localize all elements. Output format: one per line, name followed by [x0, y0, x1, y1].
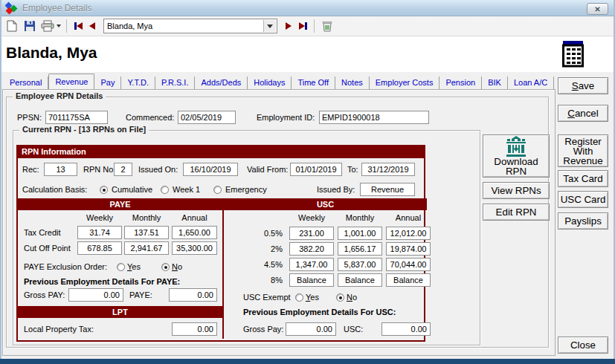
print-button[interactable] — [39, 18, 62, 34]
combobox-dropdown-button[interactable] — [263, 20, 276, 32]
issued-on-field[interactable]: 16/10/2019 — [183, 163, 238, 176]
usc-card-button[interactable]: USC Card — [558, 191, 608, 208]
tab-personal[interactable]: Personal — [4, 77, 48, 89]
employment-id-field[interactable]: EMPID1900018 — [319, 111, 429, 124]
employee-selector-combobox[interactable]: Blanda, Mya — [103, 19, 277, 33]
usc-exempt-yes-label: Yes — [306, 290, 319, 304]
save-record-button[interactable] — [21, 18, 39, 34]
usc-0-5-weekly[interactable]: 231.00 — [289, 227, 334, 240]
tab-holidays[interactable]: Holidays — [248, 77, 292, 89]
paye-col-annual: Annual — [172, 211, 217, 224]
lpt-field[interactable]: 0.00 — [172, 322, 217, 336]
window-frame-bottom — [0, 359, 615, 364]
tab-pension[interactable]: Pension — [439, 77, 482, 89]
usc-rate-0-5-label: 0.5% — [253, 227, 283, 240]
payslips-button[interactable]: Payslips — [558, 212, 608, 230]
usc-exempt-yes-radio[interactable] — [295, 293, 303, 302]
tab-prsi[interactable]: P.R.S.I. — [155, 77, 195, 89]
tab-time-off[interactable]: Time Off — [292, 77, 335, 89]
usc-rate-4-5-label: 4.5% — [253, 258, 283, 271]
previous-record-icon — [89, 22, 95, 30]
delete-record-button[interactable] — [318, 18, 336, 34]
usc-8-monthly[interactable]: Balance — [338, 273, 382, 287]
tax-card-button[interactable]: Tax Card — [558, 170, 608, 187]
current-rpn-group: Current RPN - [13 RPNs on File] RPN Info… — [13, 130, 480, 345]
paye-exclusion-yes-label: Yes — [127, 260, 141, 273]
usc-2-monthly[interactable]: 1,656.17 — [338, 242, 382, 256]
print-dropdown-icon[interactable] — [57, 25, 61, 27]
edit-rpn-button[interactable]: Edit RPN — [483, 204, 550, 221]
cut-off-annual[interactable]: 35,300.00 — [172, 241, 217, 255]
tab-loan-ac[interactable]: Loan A/C — [508, 77, 554, 89]
usc-exempt-no-radio[interactable] — [336, 293, 344, 302]
usc-col-weekly: Weekly — [289, 211, 334, 224]
paye-exclusion-yes-radio[interactable] — [117, 263, 125, 271]
usc-2-annual[interactable]: 19,874.00 — [386, 242, 431, 256]
valid-from-label: Valid From: — [247, 163, 288, 176]
previous-record-button[interactable] — [86, 18, 99, 34]
employee-header: Blanda, Mya — [0, 36, 615, 72]
cut-off-weekly[interactable]: 678.85 — [77, 241, 122, 255]
ppsn-field[interactable]: 7011175SA — [45, 111, 108, 124]
tab-employer-costs[interactable]: Employer Costs — [370, 77, 440, 89]
tab-adds-deds[interactable]: Adds/Deds — [195, 77, 248, 89]
tax-credit-monthly[interactable]: 137.51 — [124, 226, 169, 239]
paye-amount-label: PAYE: — [129, 288, 152, 302]
usc-amount-field[interactable]: 0.00 — [381, 322, 431, 336]
tab-notes[interactable]: Notes — [335, 77, 370, 89]
calc-basis-label: Calculation Basis: — [22, 183, 87, 196]
usc-4-5-weekly[interactable]: 1,347.00 — [289, 258, 334, 271]
paye-section-header: PAYE — [18, 198, 222, 210]
download-rpn-button[interactable]: Download RPN — [483, 134, 550, 178]
rpn-no-field[interactable]: 2 — [114, 163, 132, 176]
close-button[interactable]: Close — [558, 337, 608, 354]
radio-cumulative-label: Cumulative — [112, 183, 152, 196]
recycle-bin-icon — [322, 20, 332, 32]
window-frame-left — [0, 0, 1, 364]
tax-credit-weekly[interactable]: 31.74 — [77, 226, 122, 239]
usc-2-weekly[interactable]: 382.20 — [289, 242, 334, 256]
cut-off-monthly[interactable]: 2,941.67 — [124, 241, 169, 255]
usc-8-weekly[interactable]: Balance — [289, 273, 334, 287]
gross-pay-paye-label: Gross PAY: — [24, 288, 65, 302]
revenue-building-icon — [503, 136, 529, 157]
tax-credit-annual[interactable]: 1,650.00 — [172, 226, 217, 239]
last-record-button[interactable] — [295, 18, 310, 34]
usc-4-5-annual[interactable]: 70,044.00 — [386, 258, 431, 271]
tab-revenue[interactable]: Revenue — [48, 74, 94, 89]
window-close-button[interactable]: ✕ — [587, 3, 608, 15]
radio-week1[interactable] — [161, 186, 169, 194]
paye-exclusion-no-label: No — [172, 260, 182, 273]
usc-rate-8-label: 8% — [253, 273, 283, 287]
save-button[interactable]: Save — [558, 77, 608, 94]
view-rpns-button[interactable]: View RPNs — [483, 182, 550, 199]
valid-to-label: To: — [347, 163, 358, 176]
gross-pay-paye-field[interactable]: 0.00 — [68, 288, 123, 302]
usc-4-5-monthly[interactable]: 5,837.00 — [338, 258, 382, 271]
usc-0-5-annual[interactable]: 12,012.00 — [386, 227, 431, 240]
calendar-icon[interactable] — [561, 40, 585, 70]
tab-bik[interactable]: BIK — [482, 77, 508, 89]
radio-cumulative[interactable] — [100, 186, 108, 194]
usc-8-annual[interactable]: Balance — [386, 273, 431, 287]
paye-amount-field[interactable]: 0.00 — [169, 288, 217, 302]
paye-exclusion-no-radio[interactable] — [161, 263, 170, 271]
usc-col-monthly: Monthly — [338, 211, 382, 224]
gross-pay-usc-field[interactable]: 0.00 — [286, 322, 336, 336]
usc-amount-label: USC: — [344, 322, 363, 336]
valid-from-field[interactable]: 01/01/2019 — [290, 163, 342, 176]
rec-field[interactable]: 13 — [44, 163, 77, 176]
tab-pay[interactable]: Pay — [94, 77, 121, 89]
cancel-button[interactable]: Cancel — [558, 105, 608, 122]
tab-ytd[interactable]: Y.T.D. — [121, 77, 155, 89]
next-record-button[interactable] — [282, 18, 295, 34]
titlebar[interactable]: Employee Details ✕ — [0, 0, 615, 16]
valid-to-field[interactable]: 31/12/2019 — [361, 163, 415, 176]
usc-0-5-monthly[interactable]: 1,001.00 — [338, 227, 382, 240]
tax-credit-label: Tax Credit — [24, 226, 61, 239]
commenced-field[interactable]: 02/05/2019 — [178, 111, 236, 124]
first-record-button[interactable] — [71, 18, 86, 34]
radio-emergency[interactable] — [213, 186, 222, 194]
register-with-revenue-button[interactable]: Register With Revenue — [558, 134, 608, 167]
new-record-button[interactable] — [3, 18, 21, 34]
